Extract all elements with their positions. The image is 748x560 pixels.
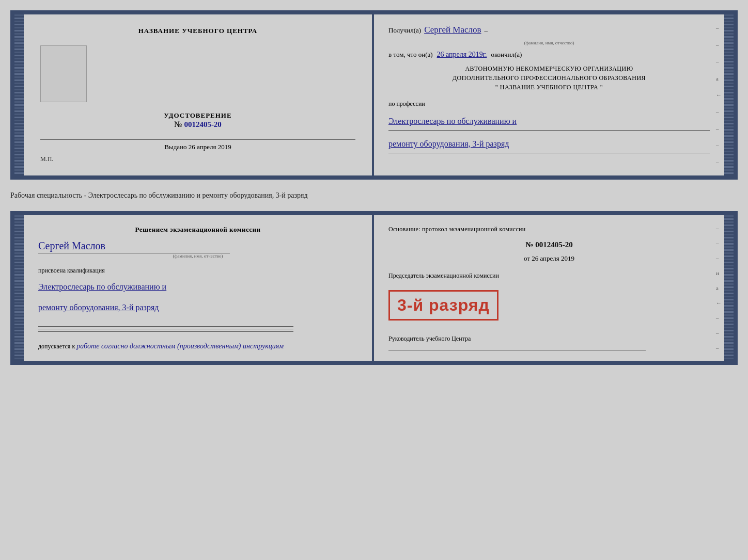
cert-bottom-left: Решением экзаменационной комиссии Сергей… [24, 215, 374, 361]
org-block: АВТОНОМНУЮ НЕКОММЕРЧЕСКУЮ ОРГАНИЗАЦИЮ ДО… [388, 64, 710, 92]
right-edge-marks: –––а←–––– [716, 20, 721, 170]
cert-label: УДОСТОВЕРЕНИЕ [164, 111, 231, 120]
issued-date: 26 апреля 2019 [189, 143, 231, 151]
training-center-title: НАЗВАНИЕ УЧЕБНОГО ЦЕНТРА [138, 27, 258, 35]
date-prefix: в том, что он(а) [388, 51, 433, 59]
date-line: в том, что он(а) 26 апреля 2019г. окончи… [388, 51, 710, 59]
cert-top-left: НАЗВАНИЕ УЧЕБНОГО ЦЕНТРА УДОСТОВЕРЕНИЕ №… [24, 14, 374, 175]
stamp-container: 3-й разряд [388, 285, 710, 326]
profession-written-2: ремонту оборудования, 3-й разряд [388, 137, 710, 153]
qualification-written-1: Электрослесарь по обслуживанию и [38, 279, 357, 295]
binding-right-bottom [724, 215, 734, 361]
org-line1: АВТОНОМНУЮ НЕКОММЕРЧЕСКУЮ ОРГАНИЗАЦИЮ [388, 64, 710, 73]
sig-line-3 [38, 331, 293, 332]
recipient-name: Сергей Маслов [424, 25, 481, 35]
cert-number-prefix: № [174, 120, 182, 129]
cert-top-right: Получил(а) Сергей Маслов – (фамилия, имя… [374, 14, 724, 175]
binding-left [14, 14, 24, 175]
number-prefix: № [525, 241, 533, 249]
binding-left-bottom [14, 215, 24, 361]
date-value-bottom: 26 апреля 2019 [532, 254, 574, 262]
profession-written-1: Электрослесарь по обслуживанию и [388, 114, 710, 131]
chairman-label: Председатель экзаменационной комиссии [388, 272, 710, 280]
fio-label-bottom: (фамилия, имя, отчество) [38, 253, 357, 259]
finished-label: окончил(а) [491, 51, 522, 59]
received-label: Получил(а) [388, 26, 421, 35]
issued-line: Выдано 26 апреля 2019 [40, 139, 355, 151]
middle-text: Рабочая специальность - Электрослесарь п… [10, 188, 738, 203]
number-value: 0012405-20 [535, 241, 573, 249]
profession-label: по профессии [388, 100, 710, 108]
org-quote: " НАЗВАНИЕ УЧЕБНОГО ЦЕНТРА " [388, 83, 710, 92]
bottom-certificate: Решением экзаменационной комиссии Сергей… [10, 211, 738, 365]
page-container: НАЗВАНИЕ УЧЕБНОГО ЦЕНТРА УДОСТОВЕРЕНИЕ №… [10, 10, 738, 365]
cert-bottom-right: Основание: протокол экзаменационной коми… [374, 215, 724, 361]
qualification-label: присвоена квалификация [38, 267, 357, 275]
date-prefix-bottom: от [524, 254, 530, 262]
protocol-date: от 26 апреля 2019 [388, 254, 710, 263]
fio-label-line: (фамилия, имя, отчество) [388, 40, 710, 45]
photo-area [40, 45, 87, 102]
name-written: Сергей Маслов [38, 240, 357, 252]
dash-1: – [485, 26, 488, 35]
allowed-label-text: допускается к [38, 343, 75, 350]
sig-line-2 [38, 329, 293, 329]
inner-cert-bottom: Решением экзаменационной комиссии Сергей… [24, 215, 724, 361]
stamp-area: М.П. [40, 151, 53, 163]
name-block: Сергей Маслов (фамилия, имя, отчество) [38, 238, 357, 259]
cert-number-value: 0012405-20 [184, 120, 222, 129]
issued-label: Выдано [164, 143, 186, 151]
decision-title: Решением экзаменационной комиссии [38, 226, 357, 234]
qualification-written-2: ремонту оборудования, 3-й разряд [38, 299, 357, 316]
allowed-text: работе согласно должностным (производств… [76, 342, 284, 350]
cert-number-block: УДОСТОВЕРЕНИЕ № 0012405-20 [164, 111, 231, 129]
sig-line-1 [38, 326, 293, 327]
date-value: 26 апреля 2019г. [437, 51, 487, 59]
right-edge-marks-bottom: –––иа←––– [716, 220, 721, 356]
cert-number-line: № 0012405-20 [164, 120, 231, 129]
received-line: Получил(а) Сергей Маслов – [388, 25, 710, 35]
protocol-number: № 0012405-20 [388, 241, 710, 249]
binding-right-top [724, 14, 734, 175]
allowed-block: допускается к работе согласно должностны… [38, 342, 357, 350]
stamp-text: 3-й разряд [397, 296, 490, 314]
inner-cert-top: НАЗВАНИЕ УЧЕБНОГО ЦЕНТРА УДОСТОВЕРЕНИЕ №… [24, 14, 724, 175]
top-certificate: НАЗВАНИЕ УЧЕБНОГО ЦЕНТРА УДОСТОВЕРЕНИЕ №… [10, 10, 738, 180]
fio-label: (фамилия, имя, отчество) [388, 40, 710, 45]
rukovoditel-label: Руководитель учебного Центра [388, 335, 710, 343]
org-line2: ДОПОЛНИТЕЛЬНОГО ПРОФЕССИОНАЛЬНОГО ОБРАЗО… [388, 73, 710, 83]
rukovoditel-sig-line [388, 350, 646, 350]
stamp-badge: 3-й разряд [388, 290, 498, 321]
stamp-label: М.П. [40, 155, 53, 163]
basis-label: Основание: протокол экзаменационной коми… [388, 226, 710, 233]
